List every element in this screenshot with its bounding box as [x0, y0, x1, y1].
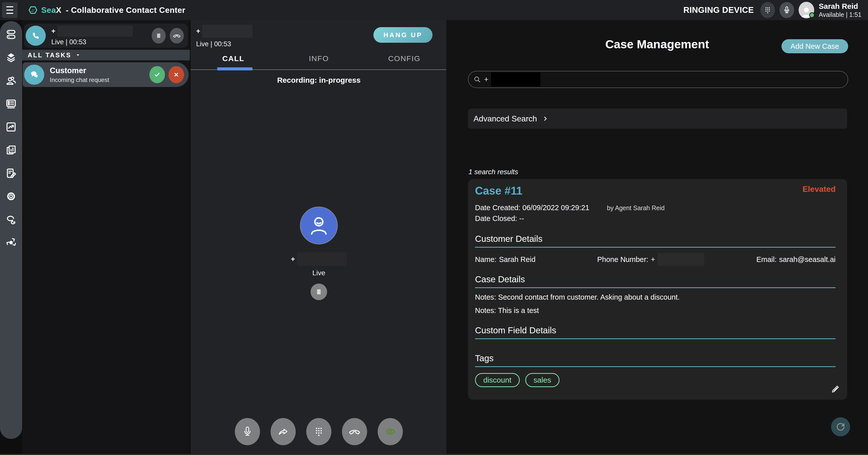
tab-config[interactable]: CONFIG — [362, 51, 447, 70]
reject-task-button[interactable] — [168, 66, 184, 83]
dialpad-button[interactable] — [306, 418, 332, 445]
hold-party-button[interactable] — [311, 284, 327, 300]
notes-label: Notes: — [475, 306, 496, 315]
user-availability: Available | 1:51 — [819, 11, 862, 19]
tab-info[interactable]: INFO — [276, 51, 362, 70]
hangup-button[interactable]: HANG UP — [373, 27, 433, 43]
all-tasks-header[interactable]: ALL TASKS — [22, 50, 190, 60]
name-label: Name: — [475, 255, 496, 264]
contacts-icon[interactable] — [5, 75, 17, 87]
reports-icon[interactable] — [5, 144, 17, 156]
layers-icon[interactable] — [5, 52, 17, 63]
date-created-value: 06/09/2022 09:29:21 — [523, 204, 589, 212]
email-value: sarah@seasalt.ai — [779, 255, 836, 264]
notes-label: Notes: — [475, 293, 496, 301]
availability-status-dot — [809, 12, 815, 18]
chat-bubbles-icon — [29, 70, 39, 80]
hold-call-button[interactable] — [152, 28, 166, 43]
pencil-icon — [830, 383, 841, 394]
phone-icon — [31, 31, 41, 41]
top-bar: SeaX - Collaborative Contact Center RING… — [0, 0, 868, 20]
case-search-input[interactable]: + — [468, 71, 848, 88]
pause-icon — [315, 288, 323, 296]
sidebar-column — [0, 20, 22, 455]
user-info: Sarah Reid Available | 1:51 — [819, 1, 862, 19]
tag-discount[interactable]: discount — [475, 373, 520, 387]
microphone-button[interactable] — [779, 2, 794, 18]
redacted-search-value — [491, 72, 540, 87]
advanced-search-toggle[interactable]: Advanced Search — [468, 108, 847, 129]
chat-icon[interactable] — [5, 214, 17, 225]
chevron-down-icon — [75, 52, 81, 58]
case-details-heading: Case Details — [475, 274, 836, 288]
user-avatar[interactable] — [799, 2, 814, 18]
settings-gear-icon[interactable] — [5, 191, 17, 202]
person-outline-icon — [307, 214, 331, 237]
mute-button[interactable] — [235, 418, 260, 445]
dialpad-icon — [313, 426, 324, 437]
created-by: by Agent Sarah Reid — [607, 204, 664, 212]
chevron-right-icon — [541, 115, 549, 123]
redacted-phone-number — [297, 252, 347, 266]
user-name: Sarah Reid — [819, 1, 862, 11]
analytics-icon[interactable] — [5, 121, 17, 133]
call-status: Live | 00:53 — [51, 38, 133, 46]
call-controls-icon[interactable] — [5, 29, 17, 40]
note-text: Second contact from customer. Asking abo… — [498, 293, 680, 301]
phone-prefix: + — [651, 255, 655, 264]
date-created-label: Date Created: — [475, 204, 521, 212]
active-tab-indicator — [217, 67, 252, 70]
add-new-case-button[interactable]: Add New Case — [781, 39, 848, 53]
search-results-count: 1 search results — [468, 168, 518, 176]
app-title: SeaX - Collaborative Contact Center — [41, 5, 185, 15]
refresh-button[interactable] — [831, 417, 850, 436]
task-subtitle: Incoming chat request — [50, 76, 109, 84]
eye-icon — [384, 426, 396, 437]
transfer-button[interactable] — [271, 418, 296, 445]
refresh-icon — [835, 421, 846, 433]
email-label: Email: — [756, 255, 777, 264]
tags-row: discount sales — [475, 373, 836, 387]
contact-card-icon[interactable] — [5, 98, 17, 109]
tasks-panel: + Live | 00:53 — [22, 20, 190, 455]
task-title: Customer — [50, 66, 109, 75]
app-logo: SeaX - Collaborative Contact Center — [27, 4, 185, 16]
case-note: Notes: Second contact from customer. Ask… — [475, 293, 836, 301]
date-closed-row: Date Closed: -- — [475, 215, 836, 223]
date-closed-value: -- — [519, 215, 524, 223]
dialpad-button[interactable] — [761, 2, 775, 18]
hamburger-menu-icon[interactable] — [2, 2, 18, 18]
call-controls-bar — [191, 418, 447, 445]
redacted-phone-number — [202, 25, 252, 38]
remote-status: Live — [312, 269, 325, 277]
hangup-icon — [348, 425, 361, 438]
redacted-phone-number — [57, 26, 133, 37]
date-closed-label: Date Closed: — [475, 215, 517, 223]
remote-number-prefix: + — [291, 255, 295, 263]
task-type-badge — [24, 65, 44, 85]
case-number[interactable]: Case #11 — [475, 185, 522, 197]
remote-party: + Live — [191, 207, 447, 300]
hangup-icon — [173, 31, 181, 40]
end-call-button[interactable] — [170, 28, 184, 43]
tag-sales[interactable]: sales — [525, 373, 559, 387]
note-text: This is a test — [498, 306, 539, 315]
monitor-button[interactable] — [378, 418, 403, 445]
remote-avatar — [300, 207, 338, 245]
accept-task-button[interactable] — [149, 66, 165, 83]
seasalt-logo-icon[interactable] — [5, 237, 17, 248]
custom-field-details-heading: Custom Field Details — [475, 325, 836, 339]
call-tabs: CALL INFO CONFIG — [191, 51, 447, 70]
edit-case-button[interactable] — [830, 383, 841, 395]
tab-call[interactable]: CALL — [191, 51, 276, 70]
call-status: Live | 00:53 — [196, 40, 252, 48]
case-status-badge: Elevated — [802, 185, 836, 194]
pause-icon — [155, 32, 162, 39]
tags-heading: Tags — [475, 353, 836, 367]
incoming-task-card[interactable]: Customer Incoming chat request — [23, 62, 189, 87]
call-number-prefix: + — [196, 27, 200, 35]
campaign-forms-icon[interactable] — [5, 167, 17, 179]
customer-details-row: Name: Sarah Reid Phone Number: + Email: … — [475, 253, 836, 266]
active-call-card[interactable]: + Live | 00:53 — [24, 24, 188, 48]
end-call-button[interactable] — [342, 418, 367, 445]
